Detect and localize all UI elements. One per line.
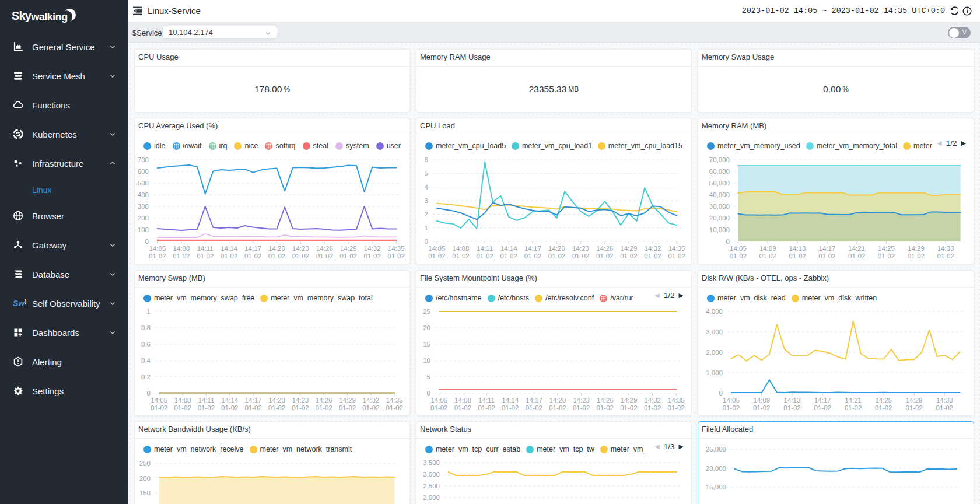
svg-text:01-02: 01-02: [502, 404, 519, 411]
svg-text:14:23: 14:23: [573, 397, 590, 404]
svg-text:14:26: 14:26: [316, 397, 332, 404]
svg-text:01-02: 01-02: [387, 253, 404, 260]
svg-text:14:26: 14:26: [316, 245, 333, 252]
svg-text:01-02: 01-02: [292, 253, 309, 260]
svg-text:14:05: 14:05: [149, 245, 166, 252]
svg-text:01-02: 01-02: [878, 253, 895, 260]
svg-text:01-02: 01-02: [908, 253, 925, 260]
svg-text:14:32: 14:32: [364, 245, 381, 252]
svg-text:01-02: 01-02: [315, 404, 332, 411]
svg-text:01-02: 01-02: [668, 253, 685, 260]
svg-text:01-02: 01-02: [221, 404, 238, 411]
svg-text:01-02: 01-02: [667, 404, 684, 411]
svg-text:01-02: 01-02: [197, 253, 214, 260]
svg-text:14:05: 14:05: [730, 245, 747, 252]
svg-text:01-02: 01-02: [340, 253, 357, 260]
svg-text:40,000: 40,000: [709, 191, 730, 198]
svg-text:1: 1: [425, 225, 428, 232]
svg-text:14:05: 14:05: [723, 397, 740, 404]
svg-text:0.4: 0.4: [141, 357, 151, 364]
svg-text:500: 500: [138, 180, 149, 187]
svg-text:14:14: 14:14: [221, 397, 238, 404]
svg-text:01-02: 01-02: [149, 253, 166, 260]
svg-text:14:29: 14:29: [908, 245, 925, 252]
svg-text:14:17: 14:17: [526, 397, 542, 404]
svg-text:20: 20: [423, 324, 430, 331]
svg-text:01-02: 01-02: [789, 253, 806, 260]
svg-text:50,000: 50,000: [709, 180, 730, 187]
svg-text:2,000: 2,000: [706, 349, 723, 356]
svg-text:14:26: 14:26: [597, 397, 614, 404]
svg-text:01-02: 01-02: [174, 404, 191, 411]
svg-text:01-02: 01-02: [362, 404, 379, 411]
svg-text:01-02: 01-02: [220, 253, 237, 260]
svg-text:20,000: 20,000: [709, 215, 730, 222]
svg-text:01-02: 01-02: [783, 404, 800, 411]
svg-text:0.8: 0.8: [141, 324, 150, 331]
svg-text:01-02: 01-02: [759, 253, 776, 260]
svg-text:0: 0: [425, 238, 428, 245]
svg-text:14:20: 14:20: [550, 397, 566, 404]
svg-text:150: 150: [139, 489, 150, 496]
svg-text:200: 200: [139, 475, 150, 482]
svg-text:14:08: 14:08: [173, 245, 190, 252]
svg-text:14:32: 14:32: [645, 245, 662, 252]
svg-text:14:13: 14:13: [789, 245, 806, 252]
svg-text:14:23: 14:23: [572, 245, 589, 252]
svg-text:01-02: 01-02: [620, 404, 637, 411]
svg-text:14:21: 14:21: [848, 245, 865, 252]
svg-text:14:35: 14:35: [388, 245, 405, 252]
svg-text:14:17: 14:17: [245, 397, 262, 404]
svg-text:14:29: 14:29: [621, 397, 638, 404]
svg-text:3: 3: [425, 197, 428, 204]
svg-text:01-02: 01-02: [937, 253, 954, 260]
svg-text:14:13: 14:13: [784, 397, 801, 404]
svg-text:01-02: 01-02: [905, 404, 922, 411]
svg-text:01-02: 01-02: [173, 253, 190, 260]
svg-text:01-02: 01-02: [814, 404, 831, 411]
svg-text:0: 0: [719, 390, 723, 397]
svg-text:01-02: 01-02: [875, 404, 892, 411]
svg-text:60,000: 60,000: [709, 168, 730, 175]
svg-text:14:35: 14:35: [668, 245, 685, 252]
svg-text:70,000: 70,000: [709, 156, 730, 163]
svg-text:01-02: 01-02: [339, 404, 356, 411]
svg-text:300: 300: [138, 203, 149, 210]
svg-text:14:17: 14:17: [244, 245, 261, 252]
svg-text:14:17: 14:17: [814, 397, 831, 404]
svg-text:14:05: 14:05: [430, 397, 447, 404]
svg-text:14:08: 14:08: [453, 245, 470, 252]
svg-text:14:14: 14:14: [501, 245, 517, 252]
svg-text:01-02: 01-02: [526, 404, 542, 411]
svg-text:14:23: 14:23: [292, 397, 309, 404]
svg-text:14:17: 14:17: [524, 245, 541, 252]
svg-text:01-02: 01-02: [244, 404, 261, 411]
svg-text:01-02: 01-02: [845, 404, 862, 411]
svg-text:01-02: 01-02: [548, 253, 565, 260]
svg-text:01-02: 01-02: [848, 253, 865, 260]
svg-text:01-02: 01-02: [596, 253, 613, 260]
svg-text:14:35: 14:35: [386, 397, 403, 404]
svg-text:01-02: 01-02: [198, 404, 215, 411]
svg-text:14:23: 14:23: [292, 245, 309, 252]
svg-text:14:21: 14:21: [845, 397, 862, 404]
svg-text:14:25: 14:25: [875, 397, 892, 404]
svg-text:01-02: 01-02: [573, 404, 590, 411]
svg-text:15,000: 15,000: [706, 484, 726, 491]
svg-text:700: 700: [138, 156, 149, 163]
svg-text:1: 1: [147, 308, 150, 315]
svg-text:01-02: 01-02: [936, 404, 953, 411]
svg-text:14:11: 14:11: [477, 245, 493, 252]
svg-text:14:17: 14:17: [819, 245, 836, 252]
svg-text:0: 0: [726, 238, 730, 245]
svg-text:30,000: 30,000: [709, 203, 730, 210]
svg-text:3,000: 3,000: [423, 471, 440, 478]
svg-text:14:05: 14:05: [150, 397, 167, 404]
svg-text:14:35: 14:35: [668, 397, 685, 404]
svg-text:14:11: 14:11: [198, 397, 214, 404]
svg-text:01-02: 01-02: [818, 253, 835, 260]
svg-text:250: 250: [139, 460, 150, 467]
svg-text:01-02: 01-02: [430, 404, 447, 411]
svg-text:01-02: 01-02: [244, 253, 261, 260]
svg-text:01-02: 01-02: [476, 253, 493, 260]
